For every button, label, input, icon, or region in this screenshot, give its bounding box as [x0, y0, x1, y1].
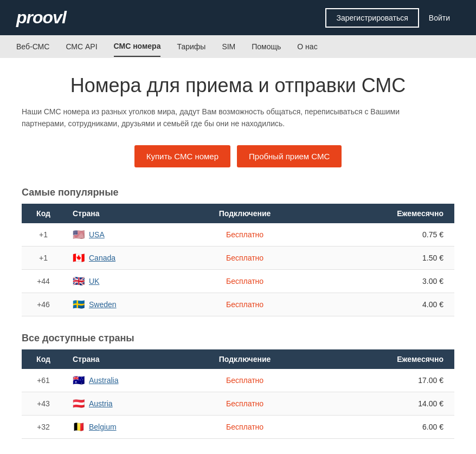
table-row: +61🇦🇺AustraliaБесплатно17.00 €	[22, 369, 454, 392]
row-monthly: 0.75 €	[316, 223, 454, 247]
row-code: +32	[22, 415, 65, 438]
row-code: +61	[22, 369, 65, 392]
header: proovl Зарегистрироваться Войти	[0, 0, 476, 35]
row-monthly: 14.00 €	[316, 392, 454, 415]
country-link[interactable]: UK	[89, 277, 99, 286]
all-section-title: Все доступные страны	[22, 333, 454, 344]
main-content: Номера для приема и отправки СМС Наши СМ…	[0, 58, 476, 454]
nav-item-sms-numbers[interactable]: СМС номера	[114, 36, 161, 57]
popular-section-title: Самые популярные	[22, 187, 454, 198]
col-code-2: Код	[22, 349, 65, 369]
col-code: Код	[22, 204, 65, 223]
header-buttons: Зарегистрироваться Войти	[325, 8, 460, 28]
row-connection: Бесплатно	[173, 415, 316, 438]
table-row: +44🇬🇧UKБесплатно3.00 €	[22, 269, 454, 293]
main-nav: Веб-СМС СМС API СМС номера Тарифы SIM По…	[0, 35, 476, 58]
flag-icon: 🇸🇪	[73, 299, 85, 310]
nav-item-web-sms[interactable]: Веб-СМС	[16, 37, 49, 56]
flag-icon: 🇦🇺	[73, 374, 85, 386]
flag-icon: 🇧🇪	[73, 421, 85, 433]
row-monthly: 6.00 €	[316, 415, 454, 438]
row-code: +1	[22, 223, 65, 247]
row-monthly: 17.00 €	[316, 369, 454, 392]
row-connection: Бесплатно	[173, 223, 316, 247]
country-link[interactable]: Belgium	[89, 423, 117, 431]
table-row: +1🇨🇦CanadaБесплатно1.50 €	[22, 246, 454, 269]
col-connection-2: Подключение	[173, 349, 316, 369]
row-monthly: 3.00 €	[316, 269, 454, 293]
flag-icon: 🇦🇹	[73, 398, 85, 410]
col-monthly-2: Ежемесячно	[316, 349, 454, 369]
row-connection: Бесплатно	[173, 369, 316, 392]
page-title: Номера для приема и отправки СМС	[22, 74, 454, 97]
buy-button[interactable]: Купить СМС номер	[134, 145, 230, 167]
row-code: +1	[22, 246, 65, 269]
nav-item-sim[interactable]: SIM	[222, 37, 235, 56]
trial-button[interactable]: Пробный прием СМС	[237, 145, 342, 167]
popular-table: Код Страна Подключение Ежемесячно +1🇺🇸US…	[22, 204, 454, 316]
country-link[interactable]: Australia	[89, 376, 118, 385]
row-monthly: 1.50 €	[316, 246, 454, 269]
country-link[interactable]: Austria	[89, 399, 113, 408]
nav-item-help[interactable]: Помощь	[252, 37, 281, 56]
row-connection: Бесплатно	[173, 392, 316, 415]
row-monthly: 4.00 €	[316, 293, 454, 316]
row-country: 🇨🇦Canada	[65, 246, 173, 269]
popular-table-header: Код Страна Подключение Ежемесячно	[22, 204, 454, 223]
all-table-header: Код Страна Подключение Ежемесячно	[22, 349, 454, 369]
row-country: 🇦🇺Australia	[65, 369, 173, 392]
flag-icon: 🇨🇦	[73, 252, 85, 264]
flag-icon: 🇺🇸	[73, 229, 85, 241]
country-link[interactable]: Canada	[89, 254, 115, 262]
row-country: 🇬🇧UK	[65, 269, 173, 293]
row-country: 🇦🇹Austria	[65, 392, 173, 415]
register-button[interactable]: Зарегистрироваться	[325, 8, 419, 28]
nav-item-sms-api[interactable]: СМС API	[66, 37, 97, 56]
table-row: +43🇦🇹AustriaБесплатно14.00 €	[22, 392, 454, 415]
table-row: +1🇺🇸USAБесплатно0.75 €	[22, 223, 454, 247]
row-connection: Бесплатно	[173, 293, 316, 316]
nav-item-tariffs[interactable]: Тарифы	[177, 37, 205, 56]
row-country: 🇧🇪Belgium	[65, 415, 173, 438]
row-country: 🇺🇸USA	[65, 223, 173, 247]
country-link[interactable]: Sweden	[89, 300, 117, 309]
country-link[interactable]: USA	[89, 230, 105, 239]
table-row: +46🇸🇪SwedenБесплатно4.00 €	[22, 293, 454, 316]
all-table: Код Страна Подключение Ежемесячно +61🇦🇺A…	[22, 349, 454, 439]
cta-buttons: Купить СМС номер Пробный прием СМС	[22, 145, 454, 167]
flag-icon: 🇬🇧	[73, 275, 85, 287]
row-connection: Бесплатно	[173, 246, 316, 269]
row-code: +44	[22, 269, 65, 293]
row-connection: Бесплатно	[173, 269, 316, 293]
login-button[interactable]: Войти	[419, 8, 460, 28]
row-code: +43	[22, 392, 65, 415]
col-monthly: Ежемесячно	[316, 204, 454, 223]
nav-item-about[interactable]: О нас	[297, 37, 317, 56]
row-country: 🇸🇪Sweden	[65, 293, 173, 316]
col-country: Страна	[65, 204, 173, 223]
logo: proovl	[16, 8, 66, 28]
col-connection: Подключение	[173, 204, 316, 223]
page-description: Наши СМС номера из разных уголков мира, …	[22, 106, 445, 130]
col-country-2: Страна	[65, 349, 173, 369]
row-code: +46	[22, 293, 65, 316]
table-row: +32🇧🇪BelgiumБесплатно6.00 €	[22, 415, 454, 438]
